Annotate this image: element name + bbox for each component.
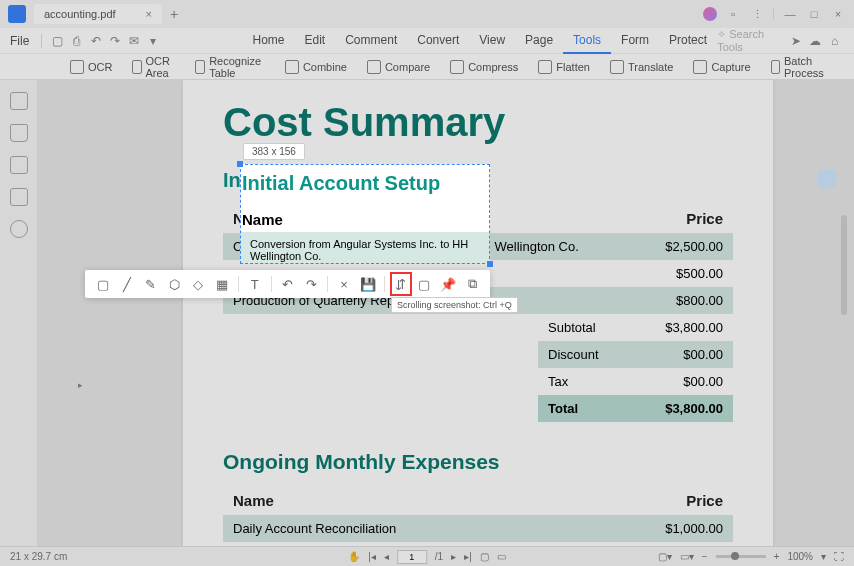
cloud-icon[interactable]: ☁ — [809, 33, 821, 49]
subtotal-row: Subtotal $3,800.00 — [538, 314, 733, 341]
undo-icon[interactable]: ↶ — [90, 33, 101, 49]
divider — [773, 8, 774, 20]
redo-tool-icon[interactable]: ↷ — [302, 274, 320, 294]
capture-button[interactable]: Capture — [693, 60, 750, 74]
tab-edit[interactable]: Edit — [295, 28, 336, 54]
app-icon — [8, 5, 26, 23]
doc-title: Cost Summary — [223, 100, 733, 145]
layers-icon[interactable] — [10, 188, 28, 206]
search-tools-input[interactable]: ✧ Search Tools — [717, 28, 767, 53]
redo-icon[interactable]: ↷ — [109, 33, 120, 49]
tab-form[interactable]: Form — [611, 28, 659, 54]
read-mode-icon[interactable]: ▭▾ — [680, 551, 694, 562]
pen-tool-icon[interactable]: ✎ — [142, 274, 160, 294]
side-toggle-icon[interactable] — [818, 170, 836, 188]
bookmark-icon[interactable] — [10, 124, 28, 142]
batch-process-button[interactable]: Batch Process — [771, 55, 829, 79]
prev-page-icon[interactable]: ◂ — [384, 551, 389, 562]
divider — [384, 276, 385, 292]
document-tab[interactable]: accounting.pdf × — [34, 4, 162, 24]
titlebar: accounting.pdf × + ▫ ⋮ — □ × — [0, 0, 854, 28]
translate-button[interactable]: Translate — [610, 60, 673, 74]
minimize-button[interactable]: — — [782, 6, 798, 22]
mosaic-tool-icon[interactable]: ▦ — [213, 274, 231, 294]
pin-icon[interactable]: 📌 — [439, 274, 457, 294]
maximize-button[interactable]: □ — [806, 6, 822, 22]
dropdown-icon[interactable]: ▾ — [147, 33, 158, 49]
eraser-tool-icon[interactable]: ◇ — [189, 274, 207, 294]
tab-tools[interactable]: Tools — [563, 28, 611, 54]
tab-view[interactable]: View — [469, 28, 515, 54]
comment-icon[interactable] — [10, 220, 28, 238]
close-button[interactable]: × — [830, 6, 846, 22]
subtotal-row: Tax $00.00 — [538, 368, 733, 395]
tab-comment[interactable]: Comment — [335, 28, 407, 54]
page-number-input[interactable] — [397, 550, 427, 564]
main-area: ▸ Cost Summary Initial Account Setup Nam… — [0, 80, 854, 546]
undo-tool-icon[interactable]: ↶ — [279, 274, 297, 294]
screenshot-selection-content: Initial Account Setup Name Conversion fr… — [240, 164, 490, 264]
collapse-arrow-icon[interactable]: ▸ — [78, 380, 83, 390]
zoom-in-icon[interactable]: + — [774, 551, 780, 562]
fit-width-icon[interactable]: ▭ — [497, 551, 506, 562]
divider — [238, 276, 239, 292]
flatten-button[interactable]: Flatten — [538, 60, 590, 74]
line-tool-icon[interactable]: ╱ — [118, 274, 136, 294]
thumbnails-icon[interactable] — [10, 92, 28, 110]
divider — [271, 276, 272, 292]
tab-page[interactable]: Page — [515, 28, 563, 54]
compare-button[interactable]: Compare — [367, 60, 430, 74]
fullscreen-icon[interactable]: ⛶ — [834, 551, 844, 562]
tab-protect[interactable]: Protect — [659, 28, 717, 54]
print-icon[interactable]: ⎙ — [71, 33, 82, 49]
scrolling-screenshot-button[interactable]: ⇵ — [392, 274, 410, 294]
close-tab-icon[interactable]: × — [146, 8, 152, 20]
mail-icon[interactable]: ✉ — [128, 33, 139, 49]
attachment-icon[interactable] — [10, 156, 28, 174]
table-ongoing: Name Price Daily Account Reconciliation … — [223, 486, 733, 546]
highlight-tool-icon[interactable]: ⬡ — [165, 274, 183, 294]
file-menu[interactable]: File — [10, 34, 29, 48]
tab-convert[interactable]: Convert — [407, 28, 469, 54]
zoom-slider[interactable] — [716, 555, 766, 558]
next-page-icon[interactable]: ▸ — [451, 551, 456, 562]
copy-icon[interactable]: ⧉ — [463, 274, 481, 294]
notification-icon[interactable]: ▫ — [725, 6, 741, 22]
more-icon[interactable]: ⋮ — [749, 6, 765, 22]
screenshot-toolbar: ▢ ╱ ✎ ⬡ ◇ ▦ T ↶ ↷ × 💾 ⇵ ▢ 📌 ⧉ — [85, 270, 490, 298]
col-name: Name — [233, 492, 623, 509]
tools-toolbar: OCR OCR Area Recognize Table Combine Com… — [0, 54, 854, 80]
rectangle-tool-icon[interactable]: ▢ — [94, 274, 112, 294]
zoom-out-icon[interactable]: − — [702, 551, 708, 562]
document-viewport[interactable]: ▸ Cost Summary Initial Account Setup Nam… — [38, 80, 854, 546]
last-page-icon[interactable]: ▸| — [464, 551, 472, 562]
cancel-icon[interactable]: × — [335, 274, 353, 294]
export-icon[interactable]: ▢ — [416, 274, 434, 294]
ocr-area-button[interactable]: OCR Area — [132, 55, 174, 79]
view-mode-icon[interactable]: ▢▾ — [658, 551, 672, 562]
combine-button[interactable]: Combine — [285, 60, 347, 74]
add-tab-button[interactable]: + — [170, 6, 178, 22]
divider — [41, 34, 42, 48]
share-icon[interactable]: ➤ — [791, 33, 802, 49]
table-row: Bi-Monthly Payroll Services $600.00 — [223, 542, 733, 546]
compress-button[interactable]: Compress — [450, 60, 518, 74]
col-price: Price — [623, 210, 723, 227]
first-page-icon[interactable]: |◂ — [368, 551, 376, 562]
page-size-label: 21 x 29.7 cm — [10, 551, 67, 562]
zoom-dropdown-icon[interactable]: ▾ — [821, 551, 826, 562]
text-tool-icon[interactable]: T — [246, 274, 264, 294]
ocr-button[interactable]: OCR — [70, 60, 112, 74]
left-sidebar — [0, 80, 38, 546]
divider — [327, 276, 328, 292]
save-icon[interactable]: 💾 — [359, 274, 377, 294]
scrollbar[interactable] — [841, 215, 847, 315]
recognize-table-button[interactable]: Recognize Table — [195, 55, 265, 79]
open-icon[interactable]: ▢ — [52, 33, 63, 49]
tab-home[interactable]: Home — [243, 28, 295, 54]
tooltip: Scrolling screenshot: Ctrl +Q — [391, 297, 518, 313]
hand-tool-icon[interactable]: ✋ — [348, 551, 360, 562]
user-avatar[interactable] — [703, 7, 717, 21]
home-icon[interactable]: ⌂ — [829, 33, 840, 49]
fit-page-icon[interactable]: ▢ — [480, 551, 489, 562]
